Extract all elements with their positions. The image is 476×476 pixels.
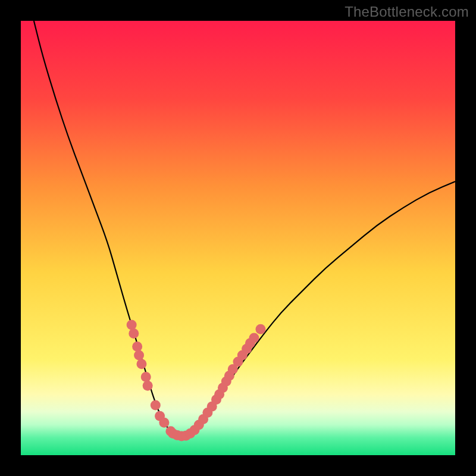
data-dot xyxy=(249,333,259,343)
data-dot xyxy=(255,324,265,334)
data-dot xyxy=(159,418,169,428)
outer-frame: TheBottleneck.com xyxy=(0,0,476,476)
gradient-background xyxy=(21,21,455,455)
data-dot xyxy=(143,381,153,391)
data-dot xyxy=(129,328,139,339)
data-dot xyxy=(134,350,144,361)
data-dot xyxy=(127,320,137,330)
chart-svg xyxy=(21,21,455,455)
plot-area xyxy=(21,21,455,455)
watermark-text: TheBottleneck.com xyxy=(345,4,469,20)
data-dot xyxy=(141,372,151,382)
data-dot xyxy=(132,342,142,352)
data-dot xyxy=(151,400,161,411)
data-dot xyxy=(136,359,146,369)
